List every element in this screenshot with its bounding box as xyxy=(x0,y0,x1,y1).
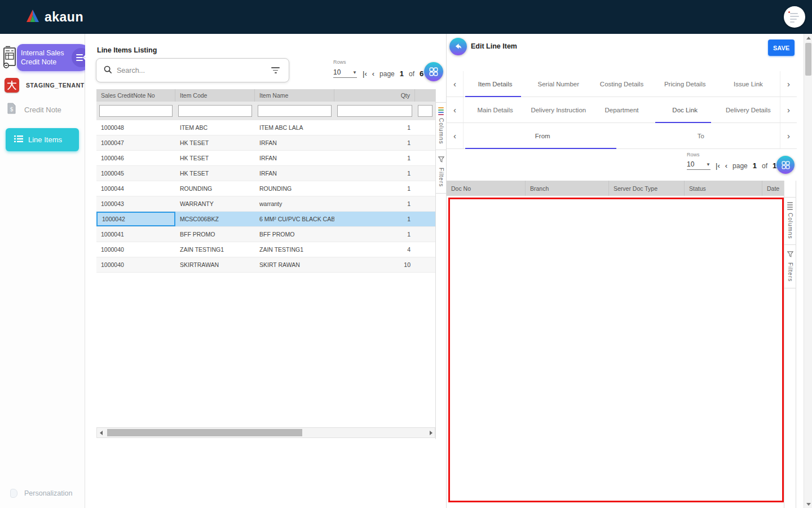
search-input[interactable] xyxy=(117,67,264,75)
table-row[interactable]: 1000044ROUNDING ROUNDING1 xyxy=(96,181,435,196)
user-avatar[interactable] xyxy=(784,6,805,28)
scroll-corner xyxy=(784,181,796,198)
sidebar-item-internal-sales-credit-note[interactable]: Internal Sales Credit Note xyxy=(17,44,93,71)
table-row[interactable]: 1000040ZAIN TESTING1 ZAIN TESTING14 xyxy=(96,242,435,257)
tab-department[interactable]: Department xyxy=(590,97,653,122)
tabs1-scroll-left-button[interactable]: ‹ xyxy=(447,71,464,97)
line-items-list-icon xyxy=(14,135,23,145)
search-filter-icon[interactable] xyxy=(269,65,282,76)
tab-main-details[interactable]: Main Details xyxy=(464,97,527,122)
horizontal-scrollbar[interactable] xyxy=(96,427,435,438)
col-header-qty[interactable]: Qty xyxy=(334,89,415,102)
tenant-app-icon xyxy=(5,78,19,93)
line-items-table: Sales CreditNote No Item Code Item Name … xyxy=(96,89,435,273)
vertical-scrollbar[interactable] xyxy=(804,34,812,508)
table-row[interactable]: 1000045HK TESET IRFAN1 xyxy=(96,166,435,181)
save-button[interactable]: SAVE xyxy=(768,40,795,56)
credit-note-document-icon xyxy=(2,45,17,71)
tab-row-1: ‹ Item Details Serial Number Costing Det… xyxy=(447,71,797,97)
col-header-item-code[interactable]: Item Code xyxy=(175,89,255,102)
table-row-selected[interactable]: 1000042MCSC006BKZ 6 MM² CU/PVC BLACK CAB… xyxy=(96,212,435,227)
scrollbar-thumb[interactable] xyxy=(805,43,811,76)
tenant-name: STAGING_TENANT xyxy=(26,82,85,89)
page-label: page xyxy=(379,70,395,78)
scroll-down-arrow[interactable] xyxy=(804,500,812,508)
table-row[interactable]: 1000046HK TESET IRFAN1 xyxy=(96,151,435,166)
tab-costing-details[interactable]: Costing Details xyxy=(590,71,653,97)
filter-input-sales-creditnote-no[interactable] xyxy=(99,105,173,117)
tab-doc-link[interactable]: Doc Link xyxy=(654,97,717,122)
sidebar-item-line-items[interactable]: Line Items xyxy=(6,128,79,151)
tabs2-scroll-left-button[interactable]: ‹ xyxy=(447,97,464,122)
tab-pricing-details[interactable]: Pricing Details xyxy=(654,71,717,97)
of-label: of xyxy=(762,162,767,170)
of-label: of xyxy=(409,70,414,78)
page-label: page xyxy=(732,162,748,170)
col-header-doc-no[interactable]: Doc No xyxy=(447,181,526,196)
sidebar-item-credit-note[interactable]: $ Credit Note xyxy=(7,103,61,117)
tab-serial-number[interactable]: Serial Number xyxy=(527,71,590,97)
columns-icon xyxy=(438,107,444,115)
filters-side-tab[interactable]: Filters xyxy=(436,150,446,193)
doc-link-table-header: Doc No Branch Server Doc Type Status Dat… xyxy=(447,181,784,196)
sidebar-item-personalization[interactable]: Personalization xyxy=(10,489,72,498)
col-header-status[interactable]: Status xyxy=(685,181,762,196)
scrollbar-thumb[interactable] xyxy=(107,429,302,436)
table-header-row: Sales CreditNote No Item Code Item Name … xyxy=(96,89,435,102)
red-highlight-annotation-box xyxy=(448,198,784,502)
table-row[interactable]: 1000047HK TESET IRFAN1 xyxy=(96,135,435,151)
editor-grid-view-button[interactable] xyxy=(776,156,795,174)
prev-page-button[interactable]: ‹ xyxy=(725,161,727,170)
credit-note-icon: $ xyxy=(7,103,16,117)
tab-item-details[interactable]: Item Details xyxy=(464,71,527,97)
search-box xyxy=(96,58,289,82)
tabs2-scroll-right-button[interactable]: › xyxy=(780,97,797,122)
table-row[interactable]: 1000040SKIRTRAWAN SKIRT RAWAN10 xyxy=(96,257,435,273)
col-header-item-name[interactable]: Item Name xyxy=(255,89,334,102)
tabs1-scroll-right-button[interactable]: › xyxy=(780,71,797,97)
columns-side-tab[interactable]: Columns xyxy=(436,103,446,150)
line-items-label: Line Items xyxy=(28,135,62,144)
current-page: 1 xyxy=(753,161,757,170)
filters-side-tab[interactable]: Filters xyxy=(784,245,796,288)
col-header-date[interactable]: Date xyxy=(762,181,784,196)
first-page-button[interactable]: |‹ xyxy=(716,161,720,170)
tab-delivery-instruction[interactable]: Delivery Instruction xyxy=(527,97,590,122)
editor-side-strip: Columns Filters xyxy=(784,181,796,508)
col-header-server-doc-type[interactable]: Server Doc Type xyxy=(609,181,685,196)
tab-issue-link[interactable]: Issue Link xyxy=(717,71,780,97)
sidebar-item-tenant[interactable]: STAGING_TENANT xyxy=(5,78,85,93)
tabs3-scroll-right-button[interactable]: › xyxy=(780,123,797,148)
scroll-left-arrow[interactable] xyxy=(97,428,105,437)
back-button[interactable] xyxy=(449,38,467,55)
rows-label: Rows xyxy=(687,152,793,157)
filter-input-extra[interactable] xyxy=(418,105,433,117)
search-icon xyxy=(103,65,112,76)
columns-side-tab[interactable]: Columns xyxy=(784,198,796,245)
left-sidebar: Internal Sales Credit Note STAGING_TENAN… xyxy=(0,34,85,508)
filter-input-qty[interactable] xyxy=(337,105,412,117)
col-header-extra xyxy=(415,89,435,102)
filter-input-item-code[interactable] xyxy=(178,105,252,117)
prev-page-button[interactable]: ‹ xyxy=(372,69,374,78)
tab-from[interactable]: From xyxy=(464,123,622,148)
col-header-branch[interactable]: Branch xyxy=(526,181,609,196)
funnel-icon xyxy=(787,249,793,260)
filter-input-item-name[interactable] xyxy=(258,105,332,117)
editor-title: Edit Line Item xyxy=(471,42,517,50)
table-filter-row xyxy=(96,102,435,120)
tabs3-scroll-left-button[interactable]: ‹ xyxy=(447,123,464,148)
listing-grid-view-button[interactable] xyxy=(424,62,443,81)
table-row[interactable]: 1000043WARRANTY warranty1 xyxy=(96,196,435,212)
rows-label: Rows xyxy=(333,59,440,65)
scroll-right-arrow[interactable] xyxy=(427,428,435,437)
col-header-sales-creditnote-no[interactable]: Sales CreditNote No xyxy=(96,89,175,102)
table-row[interactable]: 1000048ITEM ABC ITEM ABC LALA1 xyxy=(96,120,435,135)
tab-delivery-details[interactable]: Delivery Details xyxy=(717,97,780,122)
scroll-up-arrow[interactable] xyxy=(804,34,812,42)
rows-per-page-select[interactable]: 10▼ xyxy=(687,160,710,170)
rows-per-page-select[interactable]: 10▼ xyxy=(333,68,357,78)
table-row[interactable]: 1000041BFF PROMO BFF PROMO1 xyxy=(96,227,435,242)
tab-to[interactable]: To xyxy=(622,123,780,148)
first-page-button[interactable]: |‹ xyxy=(363,69,367,78)
